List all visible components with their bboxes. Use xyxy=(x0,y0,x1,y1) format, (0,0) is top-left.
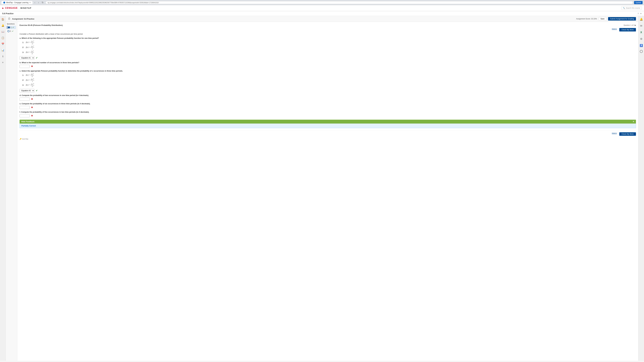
close-icon[interactable]: ✕ xyxy=(640,12,642,15)
dropdown-a[interactable]: Equation #1 Equation #2 Equation #3 xyxy=(20,56,34,60)
book-icon[interactable]: 📖 xyxy=(0,29,5,34)
equation-a-3: 3 f(x) = 2xe2x! xyxy=(22,50,636,54)
dropdown-a-row: Equation #1 Equation #2 Equation #3 ✔ xyxy=(20,56,636,60)
input-d-row: ✖ xyxy=(20,97,636,101)
notifications-icon[interactable]: 🔔 xyxy=(639,17,644,21)
dropdown-c-row: Equation #1 Equation #2 Equation #3 ✔ xyxy=(20,89,636,92)
error-icon-f[interactable]: ✖ xyxy=(31,114,33,117)
app-header: ▶ CENGAGE | MINDTAP 🔍 Search this course xyxy=(0,5,644,11)
hint-link-top[interactable]: Hint(s) xyxy=(612,28,617,31)
question-item-2[interactable]: 2. ✔ xyxy=(7,29,16,33)
top-action-btns: Hint(s) Check My Work xyxy=(20,28,636,31)
q-dot-2 xyxy=(8,30,10,32)
input-f[interactable] xyxy=(20,114,30,117)
part-f-label: f. xyxy=(20,111,21,113)
correct-icon-a: ✔ xyxy=(36,56,38,59)
left-sidebar: 🏠 🔔 📖 📋 📅 📊 ℹ ≡ xyxy=(0,16,6,361)
equations-a: 1 f(x) = 2xe-2x! 2 f(x) = 2xe-2x xyxy=(22,40,636,54)
questions-header: Questions xyxy=(7,23,16,25)
brand-mindtap: MINDTAP xyxy=(20,7,32,9)
check-button-top[interactable]: Check My Work xyxy=(619,28,636,31)
forward-button[interactable]: › xyxy=(37,1,40,4)
tab-title: MindTap - Cengage Learning xyxy=(6,1,28,3)
assignment-icon[interactable]: 📋 xyxy=(0,36,5,40)
score-text: Assignment Score: 33.33% xyxy=(576,18,597,20)
part-d-label: d. xyxy=(20,94,21,96)
assignment-header: 🗒 Assignment: 5.6 Practice Assignment Sc… xyxy=(6,16,638,22)
refresh-button[interactable]: ↻ xyxy=(41,1,44,4)
equation-a-1: 1 f(x) = 2xe-2x! xyxy=(22,40,636,44)
eq-c-1-expr: f(x) = 6xe6x! xyxy=(26,73,34,77)
gear-icon[interactable]: ⚙ xyxy=(640,37,643,41)
header-right: 🔍 Search this course xyxy=(621,6,642,10)
exercise-layout: Questions 1. ✔ 2. ✔ Exercise 05.45 (Pois… xyxy=(6,22,638,361)
q-num-2: 2. xyxy=(10,30,12,32)
home-icon[interactable]: 🏠 xyxy=(0,17,5,21)
input-e-row: ✖ xyxy=(20,106,636,109)
accessibility-icon[interactable]: ♿ xyxy=(639,43,644,48)
brand-cengage: CENGAGE xyxy=(5,7,18,9)
equation-c-3: 3 f(x) = 6xe-6x! xyxy=(22,83,636,87)
question-item-1[interactable]: 1. ✔ xyxy=(7,26,16,29)
dropdown-c[interactable]: Equation #1 Equation #2 Equation #3 xyxy=(20,89,34,92)
part-a-question: a. Which of the following is the appropr… xyxy=(20,37,636,39)
problem-intro: Consider a Poisson distribution with a m… xyxy=(20,33,636,35)
eq-c-2-num: 2 xyxy=(22,79,25,81)
help-icon[interactable]: ? xyxy=(638,12,639,15)
equations-c: 1 f(x) = 6xe6x! 2 f(x) = 6xe-6x 3 xyxy=(22,73,636,87)
browser-bar: 🔵 MindTap - Cengage Learning ✕ ‹ › ↻ ng.… xyxy=(0,0,644,5)
calendar-icon[interactable]: 📅 xyxy=(0,42,5,46)
address-bar[interactable]: ng.cengage.com/static/nb/ui/evo/index.ht… xyxy=(46,1,633,4)
equation-c-2: 2 f(x) = 6xe-6x xyxy=(22,78,636,82)
browser-tab[interactable]: 🔵 MindTap - Cengage Learning ✕ xyxy=(2,1,32,4)
part-a-text: Which of the following is the appropriat… xyxy=(22,37,99,39)
excel-icon[interactable]: X xyxy=(640,30,642,34)
info-icon[interactable]: ℹ xyxy=(2,54,4,59)
save-button[interactable]: Save xyxy=(599,17,606,20)
tab-close[interactable]: ✕ xyxy=(29,1,31,3)
part-b-question: b. What is the expected number of occurr… xyxy=(20,62,636,64)
content-area: 🗒 Assignment: 5.6 Practice Assignment Sc… xyxy=(6,16,638,361)
input-d[interactable] xyxy=(20,97,30,101)
eq-a-2-num: 2 xyxy=(22,46,25,48)
back-button[interactable]: ‹ xyxy=(34,1,36,4)
eq-c-2-expr: f(x) = 6xe-6x xyxy=(26,78,34,82)
bell-icon[interactable]: 🔔 xyxy=(0,23,5,28)
question-nav: Question 1 of 2 ▶ xyxy=(624,24,636,26)
feedback-header[interactable]: Hide Feedback ✕ xyxy=(20,120,636,123)
mail-icon[interactable]: ✉ xyxy=(640,24,643,28)
part-b-text: What is the expected number of occurrenc… xyxy=(22,62,79,64)
title-icons: ? ✕ xyxy=(638,12,642,15)
hint-link-bottom[interactable]: Hint(s) xyxy=(612,132,617,136)
eq-a-3-expr: f(x) = 2xe2x! xyxy=(26,50,34,54)
search-box[interactable]: 🔍 Search this course xyxy=(621,6,642,10)
key-icon: 🔑 xyxy=(20,138,22,140)
eq-a-1-expr: f(x) = 2xe-2x! xyxy=(26,40,34,44)
feedback-section: Hide Feedback ✕ Partially Correct xyxy=(20,120,636,128)
error-icon-d[interactable]: ✖ xyxy=(31,98,33,100)
chart-icon[interactable]: 📊 xyxy=(0,48,5,52)
input-b[interactable] xyxy=(20,65,30,68)
search-placeholder: Search this course xyxy=(626,7,640,9)
check-button-bottom[interactable]: Check My Work xyxy=(619,132,636,136)
update-button[interactable]: Update xyxy=(634,1,642,4)
equation-c-1: 1 f(x) = 6xe6x! xyxy=(22,73,636,77)
expand-icon[interactable]: ≡ xyxy=(1,60,4,65)
exercise-title: Exercise 05.45 (Poisson Probability Dist… xyxy=(20,24,63,26)
feedback-close-icon[interactable]: ✕ xyxy=(633,120,634,123)
input-e[interactable] xyxy=(20,106,30,109)
error-icon-e[interactable]: ✖ xyxy=(31,106,33,109)
part-c-text: Select the appropriate Poisson probabili… xyxy=(22,70,123,72)
eq-c-3-num: 3 xyxy=(22,84,25,86)
equation-a-2: 2 f(x) = 2xe-2x xyxy=(22,45,636,49)
circle-icon[interactable] xyxy=(640,50,643,53)
part-e-text: Compute the probability of six occurrenc… xyxy=(22,103,90,105)
main-layout: 🏠 🔔 📖 📋 📅 📊 ℹ ≡ 🗒 Assignment: 5.6 Practi… xyxy=(0,16,644,361)
error-icon-b[interactable]: ✖ xyxy=(31,65,33,68)
search-icon: 🔍 xyxy=(623,7,625,9)
part-a-label: a. xyxy=(20,37,21,39)
icon-key-label: Icon Key xyxy=(22,138,28,140)
submit-button[interactable]: Submit Assignment for Grading xyxy=(608,17,636,20)
part-d-text: Compute the probability of two occurrenc… xyxy=(22,94,89,96)
exercise-main: Exercise 05.45 (Poisson Probability Dist… xyxy=(17,22,638,361)
